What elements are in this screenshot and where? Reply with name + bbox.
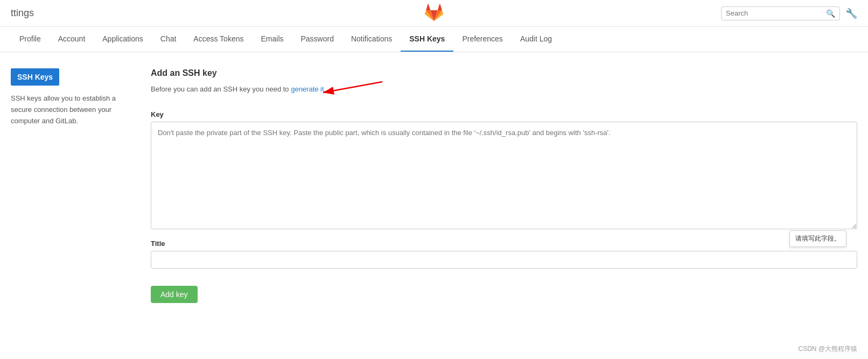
search-box[interactable]: 🔍	[721, 6, 840, 20]
tab-chat[interactable]: Chat	[152, 27, 185, 52]
generate-link[interactable]: generate it	[291, 85, 324, 93]
info-text-before: Before you can add an SSH key you need t…	[151, 85, 291, 93]
search-icon: 🔍	[826, 9, 835, 18]
tab-preferences[interactable]: Preferences	[453, 27, 511, 52]
title-input[interactable]	[151, 251, 857, 269]
search-input[interactable]	[726, 9, 823, 17]
key-textarea[interactable]	[151, 122, 857, 229]
key-textarea-wrapper: 请填写此字段。	[151, 122, 857, 231]
info-text-after: .	[324, 85, 326, 93]
nav-tabs: Profile Account Applications Chat Access…	[0, 27, 868, 52]
tab-applications[interactable]: Applications	[94, 27, 152, 52]
title-label: Title	[151, 240, 857, 248]
info-text: Before you can add an SSH key you need t…	[151, 85, 326, 93]
page-title: ttings	[11, 8, 34, 19]
top-bar: ttings 🔍 🔧	[0, 0, 868, 27]
tab-emails[interactable]: Emails	[252, 27, 292, 52]
main-content: SSH Keys SSH keys allow you to establish…	[0, 52, 868, 319]
sidebar-title: SSH Keys	[11, 68, 59, 86]
add-key-button[interactable]: Add key	[151, 286, 198, 303]
key-label: Key	[151, 110, 857, 118]
tab-profile[interactable]: Profile	[11, 27, 50, 52]
form-title: Add an SSH key	[151, 68, 857, 78]
logo-container	[424, 3, 444, 24]
svg-line-1	[323, 82, 382, 93]
red-arrow-annotation	[318, 76, 382, 98]
sidebar: SSH Keys SSH keys allow you to establish…	[11, 68, 129, 303]
tab-audit-log[interactable]: Audit Log	[512, 27, 561, 52]
wrench-icon[interactable]: 🔧	[845, 8, 857, 19]
gitlab-logo	[424, 3, 444, 22]
key-tooltip: 请填写此字段。	[789, 230, 846, 247]
tab-notifications[interactable]: Notifications	[342, 27, 401, 52]
info-container: Before you can add an SSH key you need t…	[151, 85, 857, 102]
tab-password[interactable]: Password	[292, 27, 342, 52]
tab-account[interactable]: Account	[50, 27, 94, 52]
title-field-group: Title	[151, 240, 857, 277]
sidebar-description: SSH keys allow you to establish a secure…	[11, 93, 129, 126]
key-field-group: Key 请填写此字段。	[151, 110, 857, 231]
form-area: Add an SSH key Before you can add an SSH…	[151, 68, 857, 303]
tab-access-tokens[interactable]: Access Tokens	[185, 27, 252, 52]
tab-ssh-keys[interactable]: SSH Keys	[401, 27, 453, 52]
top-bar-right: 🔍 🔧	[721, 6, 857, 20]
